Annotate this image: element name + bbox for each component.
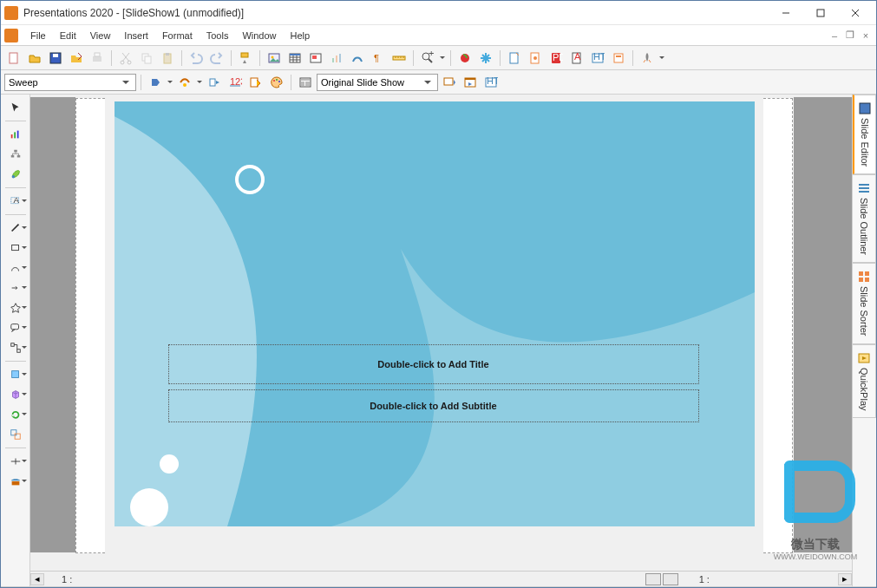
apply-dropdown[interactable] — [167, 73, 173, 92]
cut-button[interactable] — [116, 49, 135, 68]
menu-format[interactable]: Format — [155, 28, 200, 43]
svg-rect-82 — [15, 434, 20, 439]
tab-slide-editor[interactable]: Slide Editor — [853, 95, 876, 174]
object-button[interactable] — [306, 49, 325, 68]
slideshow-combo[interactable]: Original Slide Show — [317, 74, 438, 91]
rotate-tool[interactable] — [3, 405, 28, 424]
html-button[interactable]: HTML — [588, 49, 607, 68]
transition-combo[interactable]: Sweep — [4, 74, 136, 91]
svg-text:123: 123 — [230, 76, 242, 87]
numbers-button[interactable]: 123 — [226, 73, 245, 92]
tool-b-button[interactable] — [526, 49, 545, 68]
undo-button[interactable] — [187, 49, 206, 68]
redo-button[interactable] — [207, 49, 226, 68]
canvas-viewport[interactable]: Double-click to Add Title Double-click t… — [30, 95, 852, 571]
format-paint-button[interactable] — [236, 49, 255, 68]
text-tool[interactable]: A — [3, 192, 28, 211]
export-button[interactable]: A — [567, 49, 586, 68]
arrow-tool[interactable] — [3, 278, 28, 297]
rocket-dropdown[interactable] — [658, 49, 665, 68]
play-anim-button[interactable] — [440, 73, 459, 92]
menu-edit[interactable]: Edit — [53, 28, 83, 43]
minimize-button[interactable] — [769, 4, 803, 22]
animation-button[interactable] — [205, 73, 224, 92]
tab-label: QuickPlay — [859, 368, 869, 411]
scroll-left-button[interactable]: ◂ — [30, 573, 44, 585]
edit-anim-button[interactable] — [246, 73, 265, 92]
insert-image-button[interactable] — [265, 49, 284, 68]
subtitle-placeholder[interactable]: Double-click to Add Subtitle — [168, 389, 699, 422]
zoom-dropdown[interactable] — [439, 49, 446, 68]
mdi-minimize-button[interactable]: – — [828, 29, 841, 42]
slideshow-value: Original Slide Show — [321, 77, 422, 88]
callout-tool[interactable] — [3, 318, 28, 337]
transition-dropdown[interactable] — [196, 73, 203, 92]
curve-tool[interactable] — [3, 258, 28, 278]
align-v-tool[interactable] — [3, 472, 28, 491]
title-placeholder[interactable]: Double-click to Add Title — [168, 344, 699, 384]
svg-rect-76 — [11, 245, 18, 251]
align-h-tool[interactable] — [3, 452, 28, 471]
line-tool[interactable] — [3, 219, 28, 238]
chart-button[interactable] — [327, 49, 346, 68]
tool-a-button[interactable] — [505, 49, 524, 68]
scroll-right-button[interactable]: ▸ — [838, 573, 852, 585]
group-tool[interactable] — [3, 425, 28, 444]
menu-help[interactable]: Help — [284, 28, 317, 43]
svg-rect-48 — [614, 54, 623, 62]
chart-tool[interactable] — [3, 125, 28, 144]
svg-rect-59 — [301, 82, 304, 86]
title-placeholder-text: Double-click to Add Title — [377, 359, 488, 369]
star-button[interactable] — [476, 49, 495, 68]
save-button[interactable] — [46, 49, 65, 68]
rocket-button[interactable] — [638, 49, 657, 68]
saveas-button[interactable] — [67, 49, 86, 68]
tab-quickplay[interactable]: QuickPlay — [853, 344, 876, 419]
menu-insert[interactable]: Insert — [117, 28, 155, 43]
menu-file[interactable]: File — [23, 28, 53, 43]
red-button[interactable] — [455, 49, 474, 68]
ruler-button[interactable] — [389, 49, 409, 68]
paint-tool[interactable] — [3, 165, 28, 184]
menu-tools[interactable]: Tools — [200, 28, 236, 43]
layout-button[interactable] — [296, 73, 315, 92]
color-tool[interactable] — [3, 365, 28, 384]
slide-play-button[interactable] — [461, 73, 480, 92]
slide[interactable]: Double-click to Add Title Double-click t… — [115, 101, 755, 526]
symbol-button[interactable]: ¶ — [369, 49, 388, 68]
star-tool[interactable] — [3, 298, 28, 317]
paste-button[interactable] — [158, 49, 177, 68]
zoom-button[interactable]: + — [418, 49, 437, 68]
html-export-button[interactable]: HTML — [481, 73, 501, 92]
new-button[interactable] — [4, 49, 23, 68]
pdf-button[interactable]: PDF — [546, 49, 566, 68]
mdi-restore-button[interactable]: ❐ — [843, 29, 857, 42]
view-button-2[interactable] — [663, 573, 678, 585]
tab-slide-sorter[interactable]: Slide Sorter — [853, 263, 876, 343]
main-toolbar: ¶ + PDF A HTML — [1, 46, 876, 70]
mdi-close-button[interactable]: × — [859, 29, 873, 42]
svg-rect-85 — [11, 481, 19, 485]
textart-button[interactable] — [348, 49, 367, 68]
table-button[interactable] — [285, 49, 304, 68]
3d-tool[interactable] — [3, 385, 28, 404]
palette-button[interactable] — [267, 73, 286, 92]
svg-text:PDF: PDF — [553, 52, 563, 62]
transition-options-button[interactable] — [175, 73, 194, 92]
menu-view[interactable]: View — [83, 28, 118, 43]
orgchart-tool[interactable] — [3, 145, 28, 164]
copy-button[interactable] — [137, 49, 156, 68]
ppt-button[interactable] — [609, 49, 628, 68]
view-button-1[interactable] — [645, 573, 661, 585]
print-button[interactable] — [88, 49, 107, 68]
connector-tool[interactable] — [3, 338, 28, 357]
menu-window[interactable]: Window — [235, 28, 283, 43]
apply-transition-button[interactable] — [146, 73, 165, 92]
svg-text:HTML: HTML — [593, 51, 605, 62]
close-button[interactable] — [838, 4, 873, 22]
open-button[interactable] — [25, 49, 44, 68]
tab-slide-outliner[interactable]: Slide Outliner — [853, 174, 876, 263]
rect-tool[interactable] — [3, 238, 28, 258]
maximize-button[interactable] — [803, 4, 838, 22]
pointer-tool[interactable] — [3, 98, 28, 117]
